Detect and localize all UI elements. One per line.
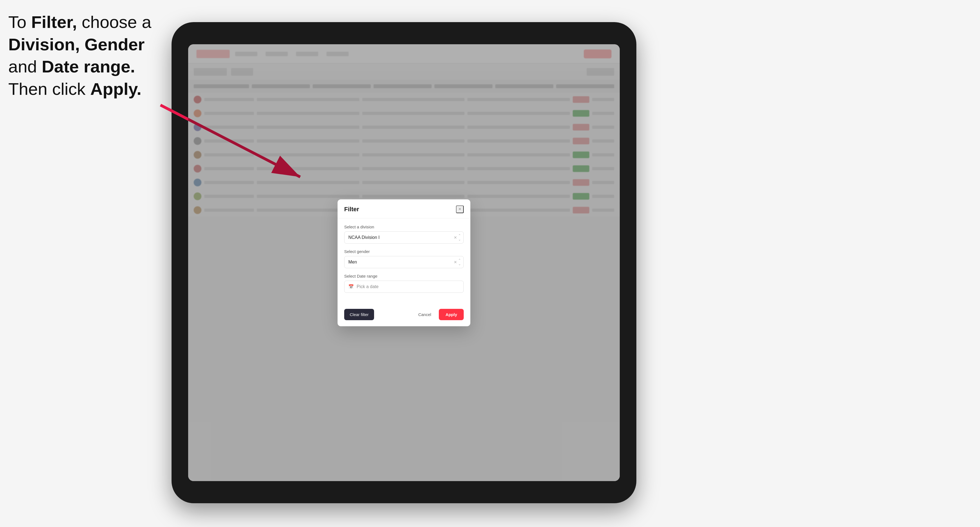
division-label: Select a division	[344, 224, 464, 229]
modal-overlay: Filter × Select a division NCAA Division…	[188, 44, 620, 481]
modal-title: Filter	[344, 206, 359, 213]
modal-header: Filter ×	[337, 199, 470, 218]
date-placeholder: Pick a date	[356, 284, 379, 289]
date-label: Select Date range	[344, 274, 464, 278]
gender-select[interactable]: Men Women Mixed	[344, 256, 464, 268]
instruction-text: To Filter, choose a Division, Gender and…	[8, 11, 151, 100]
division-form-group: Select a division NCAA Division I NCAA D…	[344, 224, 464, 244]
apply-button[interactable]: Apply	[439, 309, 464, 320]
division-select[interactable]: NCAA Division I NCAA Division II NCAA Di…	[344, 232, 464, 244]
cancel-button[interactable]: Cancel	[414, 309, 436, 320]
gender-label: Select gender	[344, 249, 464, 254]
gender-form-group: Select gender Men Women Mixed ✕ ⌃⌄	[344, 249, 464, 268]
tablet-screen: Filter × Select a division NCAA Division…	[188, 44, 620, 481]
footer-actions: Cancel Apply	[414, 309, 464, 320]
clear-filter-button[interactable]: Clear filter	[344, 309, 374, 320]
close-button[interactable]: ×	[456, 205, 464, 213]
division-select-wrapper: NCAA Division I NCAA Division II NCAA Di…	[344, 232, 464, 244]
date-picker[interactable]: 📅 Pick a date	[344, 281, 464, 293]
modal-footer: Clear filter Cancel Apply	[337, 305, 470, 326]
filter-modal: Filter × Select a division NCAA Division…	[337, 199, 470, 326]
calendar-icon: 📅	[348, 284, 354, 289]
modal-body: Select a division NCAA Division I NCAA D…	[337, 218, 470, 305]
tablet-device: Filter × Select a division NCAA Division…	[172, 22, 636, 503]
date-form-group: Select Date range 📅 Pick a date	[344, 274, 464, 293]
gender-select-wrapper: Men Women Mixed ✕ ⌃⌄	[344, 256, 464, 268]
